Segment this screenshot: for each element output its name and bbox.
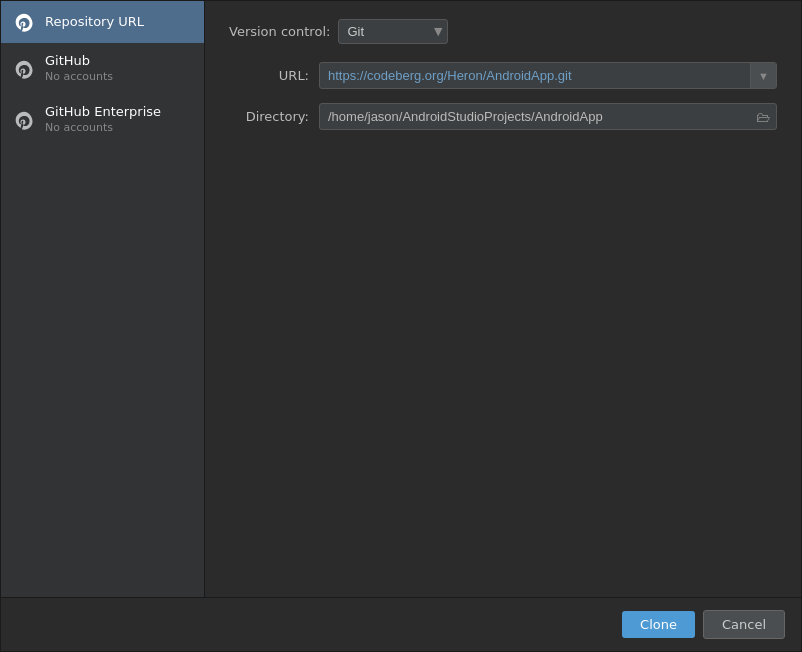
directory-input-wrapper: 🗁	[319, 103, 777, 130]
dialog-body: Repository URL GitHub No accounts	[1, 1, 801, 597]
sidebar-item-github[interactable]: GitHub No accounts	[1, 43, 204, 94]
version-control-label: Version control:	[229, 24, 330, 39]
sidebar: Repository URL GitHub No accounts	[1, 1, 205, 597]
directory-row: Directory: 🗁	[229, 103, 777, 130]
cancel-button[interactable]: Cancel	[703, 610, 785, 639]
sidebar-item-github-enterprise-text: GitHub Enterprise No accounts	[45, 104, 161, 135]
sidebar-item-github-enterprise-label: GitHub Enterprise	[45, 104, 161, 121]
sidebar-item-repository-url[interactable]: Repository URL	[1, 1, 204, 43]
version-control-select[interactable]: Git Subversion Mercurial	[338, 19, 448, 44]
dialog: Repository URL GitHub No accounts	[0, 0, 802, 652]
repository-url-icon	[13, 11, 35, 33]
url-input-wrapper: ▼	[319, 62, 777, 89]
folder-icon: 🗁	[756, 109, 770, 125]
url-input[interactable]	[319, 62, 777, 89]
sidebar-item-github-text: GitHub No accounts	[45, 53, 113, 84]
sidebar-item-github-enterprise-sublabel: No accounts	[45, 121, 161, 135]
dialog-footer: Clone Cancel	[1, 597, 801, 651]
version-control-row: Version control: Git Subversion Mercuria…	[229, 19, 777, 44]
sidebar-item-repository-url-text: Repository URL	[45, 14, 144, 31]
directory-folder-button[interactable]: 🗁	[750, 104, 776, 129]
sidebar-item-github-label: GitHub	[45, 53, 113, 70]
github-enterprise-icon	[13, 109, 35, 131]
sidebar-item-github-sublabel: No accounts	[45, 70, 113, 84]
url-dropdown-button[interactable]: ▼	[750, 63, 776, 88]
directory-input[interactable]	[319, 103, 777, 130]
clone-button[interactable]: Clone	[622, 611, 695, 638]
url-label: URL:	[229, 68, 309, 83]
version-control-select-wrapper: Git Subversion Mercurial ▼	[338, 19, 448, 44]
directory-label: Directory:	[229, 109, 309, 124]
main-content: Version control: Git Subversion Mercuria…	[205, 1, 801, 597]
github-icon	[13, 58, 35, 80]
url-row: URL: ▼	[229, 62, 777, 89]
url-dropdown-chevron-icon: ▼	[758, 70, 769, 82]
sidebar-item-github-enterprise[interactable]: GitHub Enterprise No accounts	[1, 94, 204, 145]
sidebar-item-repository-url-label: Repository URL	[45, 14, 144, 31]
